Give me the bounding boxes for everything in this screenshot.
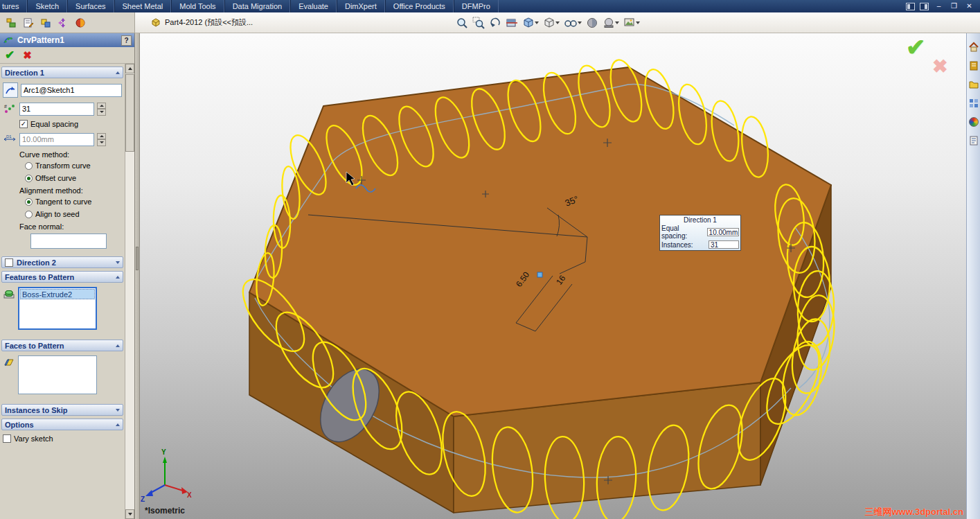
help-button[interactable]: ?: [121, 35, 132, 46]
dropdown-arrow-icon[interactable]: [615, 21, 619, 24]
menu-tab-dfmpro[interactable]: DFMPro: [454, 0, 499, 12]
menu-tab-surfaces[interactable]: Surfaces: [67, 0, 114, 12]
group-title: Instances to Skip: [5, 406, 67, 414]
splitter-handle[interactable]: [136, 247, 139, 270]
file-explorer-icon[interactable]: [968, 79, 979, 90]
group-title: Features to Pattern: [5, 273, 74, 281]
scroll-up-icon[interactable]: [125, 64, 134, 73]
faces-to-pattern-list[interactable]: [18, 355, 97, 394]
transform-curve-radio[interactable]: [25, 162, 33, 170]
view-palette-icon[interactable]: [968, 98, 979, 109]
group-header-direction1[interactable]: Direction 1: [1, 67, 123, 78]
dropdown-arrow-icon[interactable]: [636, 21, 640, 24]
panel-scrollbar[interactable]: [125, 64, 134, 519]
curve-method-label: Curve method:: [19, 150, 69, 159]
dropdown-arrow-icon[interactable]: [578, 21, 582, 24]
group-header-direction2[interactable]: Direction 2: [1, 256, 123, 268]
scroll-down-icon[interactable]: [125, 509, 134, 519]
group-header-faces-to-pattern[interactable]: Faces to Pattern: [1, 340, 123, 351]
spacing-field[interactable]: 10.00mm: [19, 133, 94, 146]
spin-up-icon[interactable]: [97, 103, 106, 109]
triad-y-label: Y: [161, 448, 166, 456]
align-to-seed-radio[interactable]: [25, 211, 33, 218]
view-orientation-label: *Isometric: [145, 506, 185, 516]
check-icon: ✓: [21, 121, 26, 127]
display-style-icon[interactable]: [542, 15, 560, 30]
collapse-pane-right-icon[interactable]: [920, 3, 929, 10]
group-title: Faces to Pattern: [5, 342, 64, 350]
custom-properties-icon[interactable]: [968, 135, 979, 146]
dropdown-arrow-icon[interactable]: [535, 21, 539, 24]
part-document-icon: [150, 17, 161, 28]
menu-tab-features[interactable]: tures: [0, 0, 27, 12]
scrollbar-thumb[interactable]: [125, 74, 134, 152]
menu-tab-dimxpert[interactable]: DimXpert: [337, 0, 385, 12]
spacing-spinner[interactable]: [97, 133, 106, 146]
offset-curve-radio[interactable]: [25, 175, 33, 182]
confirm-ok-icon[interactable]: ✔: [906, 33, 926, 61]
group-header-instances-to-skip[interactable]: Instances to Skip: [1, 404, 123, 416]
hide-show-items-icon[interactable]: [563, 15, 582, 30]
pattern-tooltip: Direction 1 Equal spacing: 10.00mm Insta…: [659, 215, 741, 251]
pattern-curve-field[interactable]: Arc1@Sketch1: [21, 84, 122, 97]
curve-pattern-icon: [3, 35, 14, 46]
apply-scene-icon[interactable]: [602, 15, 620, 30]
collapse-pane-left-icon[interactable]: [906, 3, 915, 10]
restore-button[interactable]: ❐: [949, 2, 959, 11]
close-button[interactable]: ✕: [964, 2, 974, 11]
zoom-fit-icon[interactable]: [455, 15, 469, 30]
displaymanager-tab-icon[interactable]: [74, 15, 87, 30]
menu-tab-sheet-metal[interactable]: Sheet Metal: [114, 0, 172, 12]
vary-sketch-label: Vary sketch: [14, 434, 53, 443]
edit-appearance-icon[interactable]: [585, 15, 599, 30]
spin-down-icon[interactable]: [97, 109, 106, 116]
panel-splitter[interactable]: [135, 33, 140, 519]
features-to-pattern-list[interactable]: Boss-Extrude2: [18, 287, 97, 330]
pattern-curve-icon: [3, 82, 18, 98]
previous-view-icon[interactable]: [488, 15, 502, 30]
zoom-area-icon[interactable]: [472, 15, 485, 30]
cancel-button[interactable]: ✖: [23, 50, 32, 60]
ok-button[interactable]: ✔: [5, 49, 15, 61]
menu-bar: tures Sketch Surfaces Sheet Metal Mold T…: [0, 0, 980, 12]
tangent-to-curve-radio[interactable]: [25, 198, 33, 206]
menu-tab-evaluate[interactable]: Evaluate: [290, 0, 337, 12]
menu-tab-mold-tools[interactable]: Mold Tools: [171, 0, 224, 12]
view-settings-icon[interactable]: [623, 15, 641, 30]
graphics-area[interactable]: 35° 6.50 16 Y X Z Direction 1 Equal spac…: [140, 33, 966, 519]
solidworks-resources-icon[interactable]: [968, 42, 979, 53]
property-manager-title-bar: CrvPattern1 ?: [0, 33, 134, 47]
instance-count-field[interactable]: 31: [19, 103, 94, 116]
chevron-down-icon: [116, 409, 120, 412]
featuremanager-tab-icon[interactable]: [5, 15, 17, 30]
tooltip-spacing-label: Equal spacing:: [661, 225, 706, 240]
spin-up-icon[interactable]: [97, 133, 106, 140]
minimize-button[interactable]: –: [934, 2, 944, 11]
view-orientation-icon[interactable]: [522, 15, 540, 30]
spin-down-icon[interactable]: [97, 139, 106, 146]
equal-spacing-checkbox[interactable]: ✓: [19, 120, 28, 128]
menu-tab-data-migration[interactable]: Data Migration: [224, 0, 291, 12]
dimxpertmanager-tab-icon[interactable]: [57, 15, 69, 30]
appearances-scenes-icon[interactable]: [968, 116, 979, 127]
confirm-cancel-icon[interactable]: ✖: [932, 55, 948, 78]
direction2-checkbox[interactable]: [5, 258, 13, 267]
dropdown-arrow-icon[interactable]: [555, 21, 560, 24]
section-view-icon[interactable]: [505, 15, 519, 30]
group-header-features-to-pattern[interactable]: Features to Pattern: [1, 271, 123, 283]
faces-icon: [3, 355, 15, 369]
design-library-icon[interactable]: [968, 60, 979, 71]
group-header-options[interactable]: Options: [1, 419, 123, 430]
propertymanager-tab-icon[interactable]: [22, 15, 35, 30]
transform-curve-label: Transform curve: [35, 161, 91, 170]
list-item-boss-extrude2[interactable]: Boss-Extrude2: [20, 289, 95, 299]
tooltip-title: Direction 1: [661, 216, 739, 224]
svg-text:#: #: [4, 104, 7, 109]
menu-tab-office-products[interactable]: Office Products: [385, 0, 454, 12]
features-icon: [3, 287, 15, 301]
face-normal-field[interactable]: [30, 234, 107, 249]
menu-tab-sketch[interactable]: Sketch: [27, 0, 67, 12]
instance-count-spinner[interactable]: [97, 103, 106, 116]
vary-sketch-checkbox[interactable]: [3, 434, 11, 443]
configurationmanager-tab-icon[interactable]: [39, 15, 52, 30]
